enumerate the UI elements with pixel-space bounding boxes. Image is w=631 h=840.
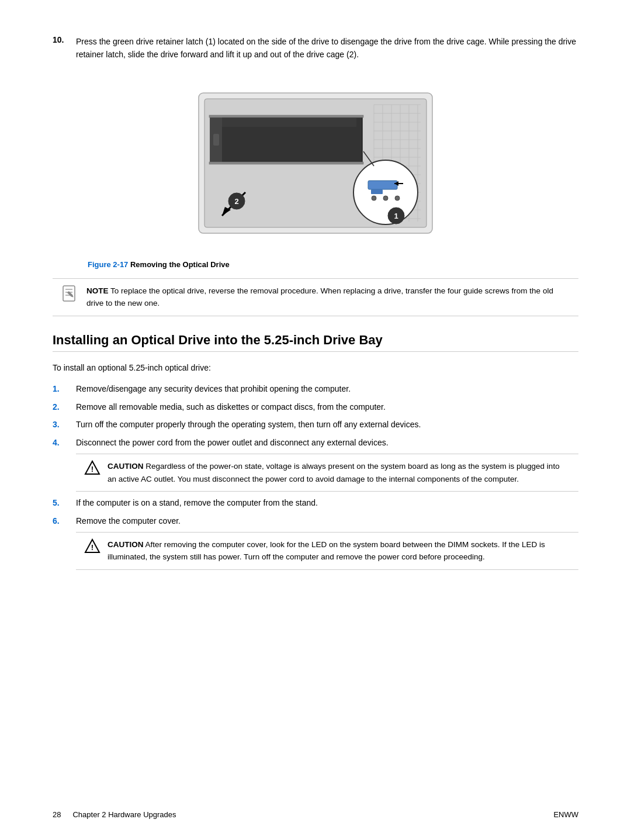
svg-rect-25 — [222, 118, 356, 127]
step-text-6: Remove the computer cover. — [76, 514, 181, 527]
page-footer: 28 Chapter 2 Hardware Upgrades ENWW — [53, 810, 578, 819]
list-item-2: 2. Remove all removable media, such as d… — [53, 400, 578, 413]
step-num-2: 2. — [53, 400, 76, 413]
svg-text:!: ! — [91, 543, 93, 552]
step-text-1: Remove/disengage any security devices th… — [76, 382, 351, 395]
caution-text-1: CAUTION Regardless of the power-on state… — [108, 460, 570, 485]
step-10-number: 10. — [53, 35, 76, 61]
step-10-text: Press the green drive retainer latch (1)… — [76, 35, 578, 61]
chapter-label: Chapter 2 Hardware Upgrades — [72, 810, 176, 819]
note-body: To replace the optical drive, reverse th… — [86, 286, 553, 308]
footer-left: 28 Chapter 2 Hardware Upgrades — [53, 810, 176, 819]
caution-label-1: CAUTION — [108, 462, 144, 471]
svg-text:!: ! — [91, 465, 93, 473]
steps-list-1: 1. Remove/disengage any security devices… — [53, 382, 578, 449]
note-box: NOTE To replace the optical drive, rever… — [53, 278, 578, 316]
step-num-1: 1. — [53, 382, 76, 395]
caution-box-1: ! CAUTION Regardless of the power-on sta… — [76, 454, 578, 492]
list-item-4: 4. Disconnect the power cord from the po… — [53, 436, 578, 449]
caution-icon-2: ! — [84, 538, 100, 555]
list-item-5: 5. If the computer is on a stand, remove… — [53, 496, 578, 509]
step-text-2: Remove all removable media, such as disk… — [76, 400, 386, 413]
steps-list-2: 5. If the computer is on a stand, remove… — [53, 496, 578, 527]
caution-body-1: Regardless of the power-on state, voltag… — [108, 462, 560, 483]
optical-drive-diagram: 2 1 — [193, 75, 438, 251]
step-num-6: 6. — [53, 514, 76, 527]
figure-caption-bold: Figure 2-17 — [88, 260, 128, 269]
svg-rect-26 — [209, 115, 363, 117]
step-text-4: Disconnect the power cord from the power… — [76, 436, 389, 449]
step-text-5: If the computer is on a stand, remove th… — [76, 496, 318, 509]
page-number: 28 — [53, 810, 61, 819]
caution-box-2: ! CAUTION After removing the computer co… — [76, 532, 578, 570]
figure-container: 2 1 Figure 2-17 Removing the Optical Dri… — [53, 75, 578, 269]
list-item-3: 3. Turn off the computer properly throug… — [53, 418, 578, 431]
svg-text:2: 2 — [234, 197, 238, 206]
step-num-4: 4. — [53, 436, 76, 449]
svg-rect-24 — [213, 134, 219, 146]
note-label: NOTE — [86, 286, 109, 295]
list-item-6: 6. Remove the computer cover. — [53, 514, 578, 527]
step-10: 10. Press the green drive retainer latch… — [53, 35, 578, 61]
svg-point-32 — [353, 160, 418, 224]
note-text: NOTE To replace the optical drive, rever… — [86, 285, 570, 310]
svg-rect-27 — [209, 162, 363, 164]
step-num-3: 3. — [53, 418, 76, 431]
step-text-3: Turn off the computer properly through t… — [76, 418, 421, 431]
figure-caption: Figure 2-17 Removing the Optical Drive — [53, 260, 578, 269]
section-title: Installing an Optical Drive into the 5.2… — [53, 333, 578, 352]
svg-point-37 — [395, 196, 400, 201]
svg-rect-33 — [368, 181, 397, 189]
svg-rect-34 — [371, 189, 383, 194]
section-intro: To install an optional 5.25-inch optical… — [53, 361, 578, 374]
note-icon — [61, 285, 79, 303]
caution-icon-1: ! — [84, 460, 100, 476]
footer-right: ENWW — [553, 810, 578, 819]
list-item-1: 1. Remove/disengage any security devices… — [53, 382, 578, 395]
caution-body-2: After removing the computer cover, look … — [108, 540, 545, 562]
figure-image: 2 1 — [193, 75, 438, 251]
svg-point-36 — [383, 196, 388, 201]
step-num-5: 5. — [53, 496, 76, 509]
figure-caption-text: Removing the Optical Drive — [128, 260, 229, 269]
svg-text:1: 1 — [394, 212, 398, 220]
caution-label-2: CAUTION — [108, 540, 144, 549]
svg-point-35 — [372, 196, 376, 201]
caution-text-2: CAUTION After removing the computer cove… — [108, 538, 570, 564]
